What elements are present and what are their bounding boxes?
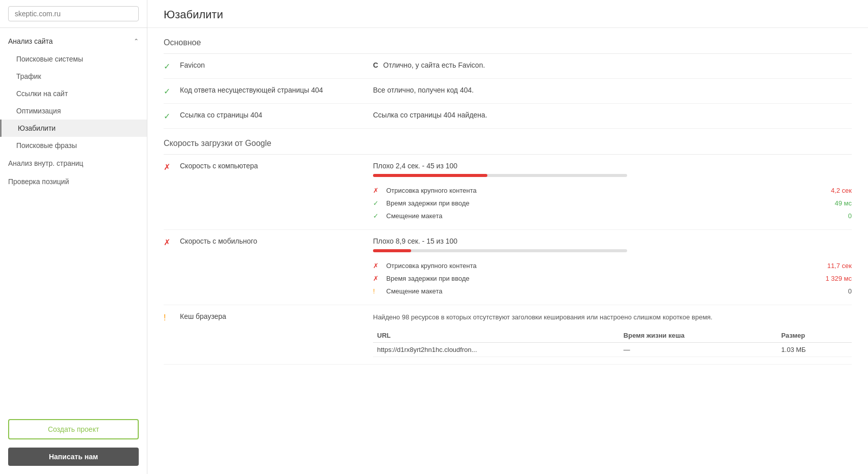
mobile-sub-row-fid: ✗ Время задержки при вводе 1 329 мс [373, 272, 852, 285]
sidebar-item-poiskovye-sistemy[interactable]: Поисковые системы [0, 50, 147, 68]
cache-content: Найдено 98 ресурсов в которых отсутствую… [373, 312, 852, 357]
page-header: Юзабилити [147, 0, 868, 28]
desktop-progress-bar-fill [373, 174, 487, 177]
favicon-result-bold: С [373, 61, 378, 69]
mobile-sub-row-lcp: ✗ Отрисовка крупного контента 11,7 сек [373, 259, 852, 272]
sidebar-search-area [0, 0, 147, 28]
desktop-sub-value-fid: 49 мс [811, 199, 852, 207]
table-row: https://d1rx8yrt2hn1hc.cloudfron... — 1.… [373, 342, 852, 357]
404-result-text: Все отлично, получен код 404. [373, 86, 474, 94]
mobile-sub-items: ✗ Отрисовка крупного контента 11,7 сек ✗… [373, 259, 852, 298]
desktop-sub-label-cls: Смещение макета [386, 212, 811, 220]
check-row-404-code: ✓ Код ответа несуществующей страницы 404… [164, 79, 852, 104]
check-error-icon-desktop: ✗ [164, 162, 174, 172]
mobile-progress-bar-fill [373, 249, 411, 252]
mobile-sub-label-fid: Время задержки при вводе [386, 275, 811, 282]
sidebar-section-analizsayta[interactable]: Анализ сайта ⌃ [0, 32, 147, 50]
check-result-404: Все отлично, получен код 404. [373, 86, 852, 94]
check-result-favicon: С Отлично, у сайта есть Favicon. [373, 61, 852, 69]
check-label-favicon: Favicon [180, 61, 373, 69]
check-row-mobile-speed: ✗ Скорость с мобильного Плохо 8,9 сек. -… [164, 230, 852, 305]
chevron-up-icon: ⌃ [134, 38, 139, 45]
sidebar-section-items: Поисковые системы Трафик Ссылки на сайт … [0, 50, 147, 154]
mobile-sub-value-cls: 0 [811, 287, 852, 295]
sidebar-item-trafik[interactable]: Трафик [0, 68, 147, 85]
mobile-sub-value-lcp: 11,7 сек [811, 262, 852, 270]
cache-description: Найдено 98 ресурсов в которых отсутствую… [373, 312, 852, 322]
sub-error-icon-desktop-lcp: ✗ [373, 187, 382, 194]
404-link-result-text: Ссылка со страницы 404 найдена. [373, 111, 487, 119]
check-row-cache: ! Кеш браузера Найдено 98 ресурсов в кот… [164, 305, 852, 365]
sidebar-item-optimizatsiya[interactable]: Оптимизация [0, 102, 147, 120]
check-label-desktop-speed: Скорость с компьютера [180, 162, 373, 170]
sub-ok-icon-desktop-fid: ✓ [373, 199, 382, 207]
mobile-speed-result: Плохо 8,9 сек. - 15 из 100 ✗ Отрисовка к… [373, 237, 852, 298]
check-ok-icon-404: ✓ [164, 86, 174, 96]
check-row-404-link: ✓ Ссылка со страницы 404 Ссылка со стран… [164, 104, 852, 129]
mobile-sub-label-lcp: Отрисовка крупного контента [386, 262, 811, 270]
cache-table-header-url: URL [373, 329, 619, 343]
cache-row-size: 1.03 МБ [777, 342, 852, 357]
desktop-sub-row-fid: ✓ Время задержки при вводе 49 мс [373, 197, 852, 210]
check-label-cache: Кеш браузера [180, 312, 373, 320]
search-input[interactable] [8, 6, 139, 21]
sidebar: Анализ сайта ⌃ Поисковые системы Трафик … [0, 0, 147, 474]
cache-row-url: https://d1rx8yrt2hn1hc.cloudfron... [373, 342, 619, 357]
check-row-favicon: ✓ Favicon С Отлично, у сайта есть Favico… [164, 54, 852, 79]
sidebar-item-proverka-pozitsiy[interactable]: Проверка позиций [0, 172, 147, 191]
cache-table-header-lifetime: Время жизни кеша [619, 329, 778, 343]
check-label-404: Код ответа несуществующей страницы 404 [180, 86, 373, 94]
sidebar-section-label: Анализ сайта [8, 37, 53, 45]
check-label-mobile-speed: Скорость с мобильного [180, 237, 373, 245]
mobile-sub-value-fid: 1 329 мс [811, 275, 852, 282]
sub-warn-icon-mobile-cls: ! [373, 287, 382, 295]
mobile-progress-bar-bg [373, 249, 627, 252]
desktop-sub-row-lcp: ✗ Отрисовка крупного контента 4,2 сек [373, 184, 852, 197]
desktop-speed-result: Плохо 2,4 сек. - 45 из 100 ✗ Отрисовка к… [373, 162, 852, 222]
content-area: Основное ✓ Favicon С Отлично, у сайта ес… [147, 28, 868, 365]
desktop-speed-score: Плохо 2,4 сек. - 45 из 100 [373, 162, 852, 170]
sub-error-icon-mobile-fid: ✗ [373, 275, 382, 282]
cache-table: URL Время жизни кеша Размер https://d1rx… [373, 329, 852, 357]
sidebar-nav: Анализ сайта ⌃ Поисковые системы Трафик … [0, 28, 147, 411]
main-content: Юзабилити Основное ✓ Favicon С Отлично, … [147, 0, 868, 474]
desktop-sub-value-cls: 0 [811, 212, 852, 220]
section-title-basic: Основное [164, 28, 852, 54]
contact-button[interactable]: Написать нам [8, 448, 139, 466]
section-title-speed: Скорость загрузки от Google [164, 129, 852, 155]
page-title: Юзабилити [164, 8, 852, 21]
sub-ok-icon-desktop-cls: ✓ [373, 212, 382, 220]
desktop-sub-label-lcp: Отрисовка крупного контента [386, 187, 811, 194]
sidebar-item-ssylki-na-sayt[interactable]: Ссылки на сайт [0, 85, 147, 102]
desktop-sub-row-cls: ✓ Смещение макета 0 [373, 210, 852, 222]
check-error-icon-mobile: ✗ [164, 238, 174, 247]
mobile-sub-row-cls: ! Смещение макета 0 [373, 285, 852, 298]
mobile-speed-score: Плохо 8,9 сек. - 15 из 100 [373, 237, 852, 245]
sidebar-item-analiz-vnutr-stranits[interactable]: Анализ внутр. страниц [0, 154, 147, 172]
check-ok-icon: ✓ [164, 62, 174, 71]
sub-error-icon-mobile-lcp: ✗ [373, 262, 382, 270]
check-label-404-link: Ссылка со страницы 404 [180, 111, 373, 119]
desktop-sub-items: ✗ Отрисовка крупного контента 4,2 сек ✓ … [373, 184, 852, 222]
check-warn-icon-cache: ! [164, 313, 174, 322]
desktop-progress-bar-bg [373, 174, 627, 177]
sidebar-item-poiskovye-frazy[interactable]: Поисковые фразы [0, 137, 147, 154]
desktop-sub-value-lcp: 4,2 сек [811, 187, 852, 194]
favicon-result-text: Отлично, у сайта есть Favicon. [383, 61, 485, 69]
sidebar-item-yuzabiliti[interactable]: Юзабилити [0, 120, 147, 137]
check-ok-icon-404-link: ✓ [164, 111, 174, 121]
cache-table-header-size: Размер [777, 329, 852, 343]
check-result-404-link: Ссылка со страницы 404 найдена. [373, 111, 852, 119]
create-project-button[interactable]: Создать проект [8, 419, 139, 439]
cache-row-lifetime: — [619, 342, 778, 357]
check-row-desktop-speed: ✗ Скорость с компьютера Плохо 2,4 сек. -… [164, 155, 852, 230]
desktop-sub-label-fid: Время задержки при вводе [386, 199, 811, 207]
mobile-sub-label-cls: Смещение макета [386, 287, 811, 295]
